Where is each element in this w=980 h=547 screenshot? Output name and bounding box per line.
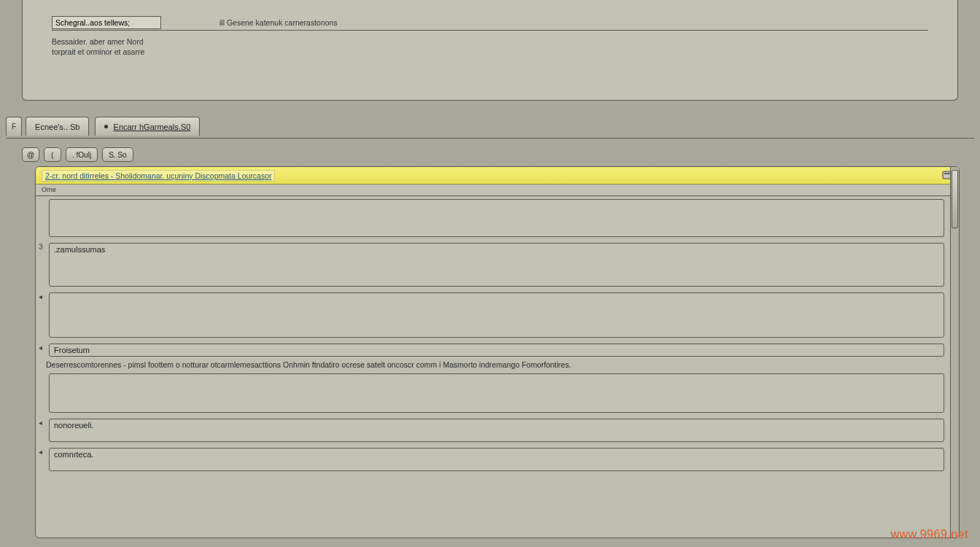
- sub-toolbar: @ ( . fOulj S. So: [22, 146, 133, 163]
- subbar-btn-4[interactable]: S. So: [102, 147, 133, 162]
- watermark: www.9969.net: [890, 528, 968, 541]
- subbar-btn-1[interactable]: @: [22, 147, 39, 162]
- scrollbar-thumb[interactable]: [952, 170, 958, 228]
- field-5-wrap: [49, 373, 944, 414]
- info-bar: 2-cr. nord ditirreles - Sholidomanar. uç…: [36, 167, 959, 185]
- field-7-wrap: ◂: [49, 448, 944, 473]
- field-3-textarea[interactable]: [49, 292, 944, 338]
- field-2-handle: 3: [39, 243, 46, 250]
- field-2-textarea[interactable]: [49, 243, 944, 287]
- field-1-textarea[interactable]: [49, 199, 944, 237]
- tab-2[interactable]: Encarr hGarmeals.S0: [95, 117, 201, 136]
- main-panel: 2-cr. nord ditirreles - Sholidomanar. uç…: [35, 166, 960, 538]
- content-body: 3 ◂ ◂ Deserrescomtorennes - pimsl footte…: [36, 196, 950, 538]
- info-subline: Orne: [36, 185, 959, 196]
- top-line-2b: torprait et orminor et asarre: [52, 47, 928, 57]
- top-row-2: Bessaider. aber amer Nord torprait et or…: [52, 36, 928, 57]
- tab-mini-1[interactable]: F: [6, 117, 22, 136]
- top-line-2a: Bessaider. aber amer Nord: [52, 36, 928, 47]
- field-6-textarea[interactable]: [49, 419, 944, 442]
- info-bar-link[interactable]: 2-cr. nord ditirreles - Sholidomanar. uç…: [42, 170, 275, 182]
- editor-tab-strip: F Ecnee's.. Sb Encarr hGarmeals.S0: [6, 117, 974, 139]
- field-4-wrap: ◂: [49, 344, 944, 358]
- field-4-description: Deserrescomtorennes - pimsl foottem o no…: [46, 360, 944, 371]
- field-3-wrap: ◂: [49, 292, 944, 339]
- field-6-handle-icon: ◂: [39, 419, 46, 426]
- tab-1-label: Ecnee's.. Sb: [35, 123, 79, 131]
- field-6-wrap: ◂: [49, 419, 944, 443]
- field-4-handle-icon: ◂: [39, 344, 46, 351]
- field-2-wrap: 3: [49, 243, 944, 288]
- field-7-handle-icon: ◂: [39, 448, 46, 455]
- subbar-btn-3[interactable]: . fOulj: [66, 147, 98, 162]
- top-panel: ill Gesene katenuk carnerastonons Bessai…: [22, 0, 958, 101]
- subbar-btn-2[interactable]: (: [44, 147, 61, 162]
- tab-1[interactable]: Ecnee's.. Sb: [26, 117, 89, 136]
- field-7-textarea[interactable]: [49, 448, 944, 471]
- top-row1-desc: ill Gesene katenuk carnerastonons: [219, 18, 338, 27]
- top-row-1: ill Gesene katenuk carnerastonons: [52, 19, 928, 31]
- field-3-handle-icon: ◂: [39, 292, 46, 300]
- schema-name-input[interactable]: [52, 16, 161, 29]
- tab-2-dot-icon: [104, 125, 108, 128]
- tab-2-label: Encarr hGarmeals.S0: [114, 123, 191, 131]
- vertical-scrollbar[interactable]: [950, 167, 959, 538]
- field-4-textarea[interactable]: [49, 344, 944, 357]
- field-5-textarea[interactable]: [49, 373, 944, 413]
- field-1-wrap: [49, 199, 944, 238]
